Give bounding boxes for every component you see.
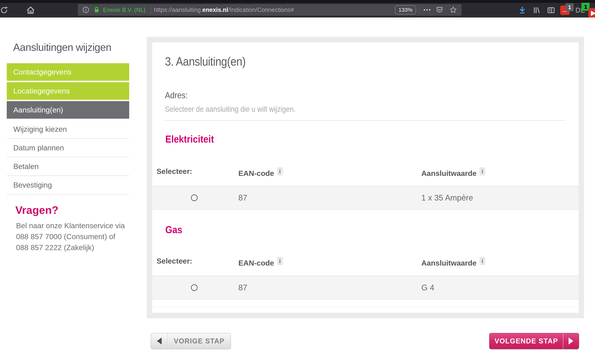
arrow-right-icon (569, 338, 573, 344)
customer-service-text: Bel naar onze Klantenservice via 088 857… (16, 220, 125, 253)
sidebar-item-wijziging-kiezen[interactable]: Wijziging kiezen (7, 120, 129, 139)
home-button[interactable] (26, 5, 36, 15)
next-arrow-segment (563, 333, 579, 349)
divider (165, 120, 566, 121)
step-heading: 3. Aansluiting(en) (165, 55, 255, 68)
table-row-electricity: 87 1 x 35 Ampère (152, 186, 579, 210)
column-header-ean: EAN-codei (238, 257, 283, 267)
column-header-ean: EAN-codei (238, 167, 283, 178)
home-icon (26, 6, 35, 15)
sidebar-toggle-button[interactable] (546, 5, 556, 15)
info-icon[interactable]: i (277, 257, 283, 265)
ean-code-value: 87 (238, 276, 247, 299)
column-header-selecteer: Selecteer: (156, 167, 192, 176)
radio-gas[interactable] (191, 284, 198, 291)
extension-1-icon: ... 1 (560, 6, 570, 15)
download-icon (518, 6, 526, 14)
step-navigation: Contactgegevens Locatiegegevens Aansluit… (7, 63, 129, 194)
customer-service-line: 088 857 7000 (Consument) of (16, 231, 125, 242)
reload-button[interactable] (0, 5, 9, 15)
previous-arrow-segment (151, 333, 168, 349)
url-bar[interactable]: Enexis B.V. (NL) https://aansluiting.ene… (78, 4, 462, 16)
radio-electricity[interactable] (191, 194, 198, 201)
previous-step-button[interactable]: VORIGE STAP (151, 333, 231, 349)
next-step-button[interactable]: VOLGENDE STAP (489, 333, 579, 349)
connection-value: 1 x 35 Ampère (421, 186, 473, 209)
extension-button-3[interactable]: ▶ (588, 8, 595, 17)
previous-step-label: VORIGE STAP (168, 337, 231, 345)
sidebar-item-label: Bevestiging (13, 181, 52, 189)
sidebar-item-label: Datum plannen (13, 144, 64, 152)
sidebar-item-label: Betalen (13, 162, 39, 171)
lock-icon[interactable] (93, 6, 100, 14)
reload-icon (0, 6, 8, 14)
section-title-electricity: Elektriciteit (165, 133, 220, 145)
section-title-gas: Gas (165, 224, 184, 236)
sidebar-item-label: Wijziging kiezen (13, 125, 67, 134)
library-button[interactable] (531, 5, 542, 15)
titlebar-strip (0, 0, 595, 3)
sidebar-item-label: Contactgegevens (13, 68, 71, 76)
divider (152, 307, 579, 307)
extension-2-icon: DL 1 (575, 5, 585, 15)
form-card: 3. Aansluiting(en) Adres: Selecteer de a… (152, 43, 579, 313)
connection-value: G 4 (421, 276, 434, 299)
address-label: Adres: (165, 90, 190, 100)
info-icon[interactable]: i (277, 167, 283, 176)
sidebar-toggle-icon (547, 6, 555, 14)
extension-1-badge: 1 (566, 3, 574, 11)
arrow-left-icon (157, 338, 162, 344)
page-actions-menu-icon[interactable]: ••• (423, 7, 431, 13)
url-text[interactable]: https://aansluiting.enexis.nl/Indication… (154, 6, 395, 13)
sidebar-item-contactgegevens[interactable]: Contactgegevens (7, 63, 129, 81)
questions-heading: Vragen? (15, 204, 58, 216)
urlbar-separator (151, 6, 151, 14)
customer-service-line: 088 857 2222 (Zakelijk) (16, 242, 125, 253)
info-icon[interactable]: i (480, 257, 485, 265)
library-icon (532, 6, 541, 14)
sidebar-item-betalen[interactable]: Betalen (7, 157, 129, 176)
security-label[interactable]: Enexis B.V. (NL) (103, 7, 146, 13)
sidebar-item-aansluitingen[interactable]: Aansluiting(en) (7, 101, 129, 119)
urlbar-separator-2 (419, 6, 420, 14)
site-info-icon[interactable] (82, 6, 90, 14)
next-step-label: VOLGENDE STAP (490, 337, 563, 345)
sidebar-item-datum-plannen[interactable]: Datum plannen (7, 139, 129, 157)
extension-button-2[interactable]: DL 1 (575, 5, 585, 15)
content-panel: 3. Aansluiting(en) Adres: Selecteer de a… (147, 37, 584, 318)
sidebar-item-bevestiging[interactable]: Bevestiging (7, 176, 129, 194)
column-header-aansluitwaarde: Aansluitwaardei (421, 167, 485, 178)
column-header-selecteer: Selecteer: (156, 257, 192, 265)
extension-button-1[interactable]: ... 1 (560, 5, 570, 15)
browser-window: Enexis B.V. (NL) https://aansluiting.ene… (0, 0, 595, 364)
sidebar-item-label: Locatiegegevens (13, 87, 70, 95)
info-icon[interactable]: i (480, 167, 485, 176)
zoom-level-badge[interactable]: 133% (395, 5, 416, 14)
ean-code-value: 87 (238, 186, 247, 209)
browser-toolbar: Enexis B.V. (NL) https://aansluiting.ene… (0, 3, 595, 17)
table-row-gas: 87 G 4 (152, 276, 579, 300)
bookmark-star-icon[interactable] (449, 6, 457, 14)
address-hint: Selecteer de aansluiting die u wilt wijz… (165, 105, 310, 114)
column-header-aansluitwaarde: Aansluitwaardei (421, 257, 485, 267)
sidebar-item-label: Aansluiting(en) (13, 106, 63, 114)
sidebar-item-locatiegegevens[interactable]: Locatiegegevens (7, 82, 129, 100)
page-title: Aansluitingen wijzigen (13, 41, 111, 53)
downloads-button[interactable] (517, 5, 527, 15)
customer-service-line: Bel naar onze Klantenservice via (16, 220, 125, 231)
pocket-icon[interactable] (436, 6, 443, 14)
